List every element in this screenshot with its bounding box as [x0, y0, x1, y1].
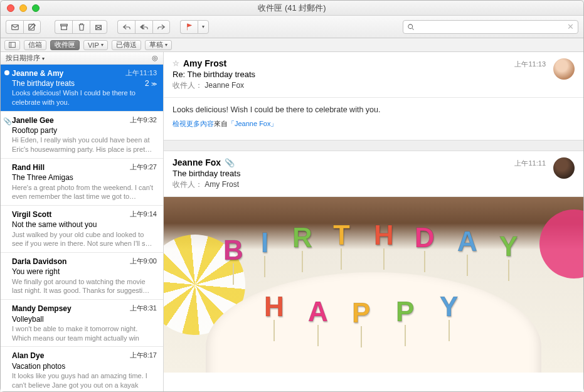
toolbar: ▾ ✕ [1, 16, 583, 38]
close-window[interactable] [7, 4, 14, 12]
get-mail-button[interactable] [6, 20, 23, 34]
flag-button[interactable] [180, 20, 198, 34]
svg-point-5 [408, 24, 413, 28]
from-name: Jeanne Fox [173, 157, 221, 167]
titlebar: 收件匣 (41 封郵件) [1, 1, 583, 16]
zoom-window[interactable] [32, 4, 40, 12]
favorites-bar: 信箱 收件匣 VIP ▾ 已傳送 草稿 ▾ [1, 38, 583, 52]
message-row[interactable]: Jeanne & Amy上午11:13The birthday treats2 … [1, 65, 163, 112]
forward-button[interactable] [152, 20, 170, 34]
fav-inbox[interactable]: 收件匣 [50, 40, 80, 50]
avatar [553, 157, 575, 179]
attachment-image[interactable]: BIRTHDAYHAPPY [164, 197, 583, 373]
mail-header-0: ☆Amy Frost Re: The birthday treats 收件人： … [164, 52, 583, 98]
message-row[interactable]: Darla Davidson上午9:00You were rightWe fin… [1, 253, 163, 300]
mail-header-1: Jeanne Fox 📎 The birthday treats 收件人： Am… [164, 151, 583, 197]
fav-vip[interactable]: VIP ▾ [83, 40, 108, 50]
search-icon [407, 23, 415, 31]
attachment-icon: 📎 [225, 158, 235, 167]
junk-button[interactable] [90, 20, 107, 34]
from-name: Amy Frost [183, 58, 226, 68]
reply-all-button[interactable] [135, 20, 152, 34]
minimize-window[interactable] [19, 4, 27, 12]
message-row[interactable]: Rand Hill上午9:27The Three AmigasHere's a … [1, 159, 163, 206]
mail-time: 上午11:13 [514, 60, 546, 69]
message-row[interactable]: Alan Dye上午8:17Vacation photosIt looks li… [1, 347, 163, 391]
window-controls [7, 4, 40, 12]
subject-line: The birthday treats [173, 169, 575, 178]
fav-sent[interactable]: 已傳送 [112, 40, 141, 50]
reading-pane[interactable]: ☆Amy Frost Re: The birthday treats 收件人： … [164, 52, 583, 391]
thread-separator [164, 140, 583, 151]
avatar [553, 58, 575, 80]
mail-window: 收件匣 (41 封郵件) ▾ ✕ 信箱 [0, 0, 584, 392]
subject-line: Re: The birthday treats [173, 70, 575, 79]
window-title: 收件匣 (41 封郵件) [1, 3, 583, 14]
archive-button[interactable] [55, 20, 72, 34]
clear-search-icon[interactable]: ✕ [567, 22, 574, 31]
fav-drafts[interactable]: 草稿 ▾ [145, 40, 172, 50]
fav-mailboxes[interactable]: 信箱 [24, 40, 46, 50]
message-row[interactable]: Mandy Dempsey上午8:31VolleyballI won't be … [1, 300, 163, 347]
mail-time: 上午11:11 [514, 159, 546, 168]
see-more-link[interactable]: 檢視更多內容來自「Jeanne Fox」 [173, 119, 575, 129]
message-list[interactable]: Jeanne & Amy上午11:13The birthday treats2 … [1, 65, 163, 391]
search-input[interactable] [417, 23, 565, 31]
star-icon[interactable]: ☆ [173, 59, 179, 68]
reply-button[interactable] [117, 20, 135, 34]
filter-icon[interactable]: ◎ [152, 54, 158, 62]
sort-bar[interactable]: 按日期排序 ▾ ◎ [1, 52, 163, 65]
toggle-mailboxes-button[interactable] [4, 40, 20, 50]
message-row[interactable]: 📎Janelle Gee上午9:32Rooftop partyHi Eden, … [1, 112, 163, 159]
mail-body-0: Looks delicious! Wish I could be there t… [164, 98, 583, 140]
delete-button[interactable] [72, 20, 90, 34]
message-row[interactable]: Virgil Scott上午9:14Not the same without y… [1, 206, 163, 253]
message-list-pane: 按日期排序 ▾ ◎ Jeanne & Amy上午11:13The birthda… [1, 52, 164, 391]
svg-rect-3 [61, 26, 66, 29]
flag-menu-button[interactable]: ▾ [198, 20, 209, 34]
svg-rect-6 [9, 42, 16, 47]
compose-button[interactable] [23, 20, 41, 34]
search-field[interactable]: ✕ [403, 20, 578, 34]
